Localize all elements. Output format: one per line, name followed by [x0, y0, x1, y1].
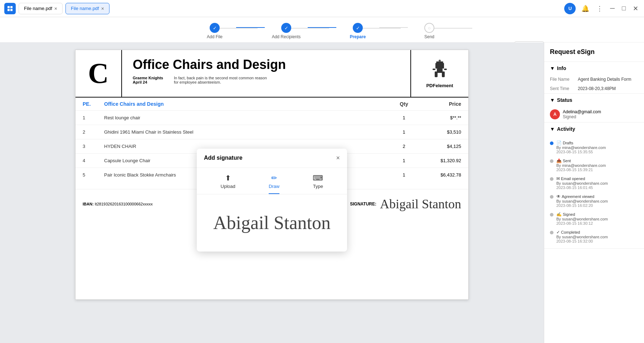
- activity-content: 📤Sent By mina@wondershare.com 2023-08-15…: [556, 158, 606, 172]
- file-name-value: Agent Banking Details Form: [578, 77, 631, 82]
- info-section-header[interactable]: ▼ Info: [544, 62, 644, 75]
- file-name-field: File Name Agent Banking Details Form: [544, 75, 644, 84]
- svg-rect-2: [8, 9, 10, 11]
- svg-rect-9: [433, 69, 435, 70]
- more-options[interactable]: ⋮: [595, 3, 604, 14]
- svg-rect-7: [435, 71, 438, 77]
- chair-icon: [429, 59, 450, 80]
- status-text: Signed: [563, 114, 601, 119]
- status-section-label: Status: [557, 97, 572, 103]
- wizard-step-send: ○ Send: [408, 23, 451, 39]
- activity-time: 2023-08-15 16:02:20: [556, 203, 608, 208]
- activity-item: 📤Sent By mina@wondershare.com 2023-08-15…: [544, 156, 644, 174]
- activity-content: ✓Completed By susan@wondershare.com 2023…: [556, 230, 608, 243]
- activity-content: 📄Drafts By mina@wondershare.com 2023-08-…: [556, 140, 606, 154]
- pdf-area: C Office Chairs and Design Graeme Knight…: [0, 43, 544, 343]
- user-avatar[interactable]: U: [564, 3, 576, 14]
- svg-point-11: [439, 60, 441, 62]
- pdf-subtitle-row: Graeme Knights April 24 In fact, back pa…: [133, 76, 400, 84]
- activity-item: ✉Email opened By susan@wondershare.com 2…: [544, 174, 644, 192]
- modal-tabs: ⬆ Upload ✏ Draw ⌨ Type: [197, 168, 347, 194]
- main-content: C Office Chairs and Design Graeme Knight…: [0, 43, 644, 343]
- activity-section-header[interactable]: ▼ Activity: [544, 123, 644, 135]
- maximize-btn[interactable]: □: [620, 3, 627, 14]
- activity-list: 📄Drafts By mina@wondershare.com 2023-08-…: [544, 135, 644, 248]
- info-section-label: Info: [557, 65, 566, 71]
- tab-1-label: File name.pdf: [24, 6, 52, 11]
- activity-content: 👁Agreement viewed By susan@wondershare.c…: [556, 194, 608, 208]
- activity-by: By susan@wondershare.com: [556, 199, 608, 203]
- modal-tab-upload[interactable]: ⬆ Upload: [221, 174, 235, 194]
- modal-title: Add signature: [204, 155, 243, 161]
- activity-title: ✓Completed: [556, 230, 608, 235]
- modal-tab-type[interactable]: ⌨ Type: [313, 174, 323, 194]
- wizard-step-add-recipients: ✓ Add Recipients: [265, 23, 308, 39]
- pdf-desc-line2: for employee absenteeism.: [174, 80, 267, 84]
- pdf-description: In fact, back pain is the second most co…: [174, 76, 267, 84]
- panel-title: Request eSign: [544, 43, 644, 62]
- file-name-label: File Name: [550, 77, 575, 82]
- notification-bell[interactable]: 🔔: [580, 3, 591, 14]
- signature-preview: Abigail Stanton: [213, 212, 331, 233]
- status-email: Adelina@gmail.com: [563, 109, 601, 114]
- step-label-prepare: Prepare: [350, 34, 366, 39]
- activity-dot: [550, 177, 553, 181]
- svg-rect-3: [10, 9, 13, 11]
- activity-content: ✍Signed By susan@wondershare.com 2023-08…: [556, 212, 608, 225]
- modal-close-btn[interactable]: ×: [336, 154, 340, 162]
- activity-section: ▼ Activity 📄Drafts By mina@wondershare.c…: [544, 123, 644, 249]
- close-btn[interactable]: ✕: [631, 3, 640, 14]
- activity-time: 2023-08-15 15:35:55: [556, 150, 606, 154]
- tab-1-close[interactable]: ×: [54, 6, 57, 11]
- activity-dot: [550, 231, 553, 234]
- add-signature-modal: Add signature × ⬆ Upload ✏ Draw ⌨ Type: [197, 149, 347, 252]
- modal-body: Abigail Stanton: [197, 194, 347, 252]
- wizard-step-prepare: ✓ Prepare: [336, 23, 379, 39]
- modal-tab-draw-label: Draw: [269, 184, 279, 189]
- pdf-main-title: Office Chairs and Design: [133, 57, 400, 72]
- tab-2-close[interactable]: ×: [101, 6, 104, 11]
- tab-2[interactable]: File name.pdf ×: [65, 3, 109, 14]
- activity-item: ✍Signed By susan@wondershare.com 2023-08…: [544, 210, 644, 228]
- status-avatar: A: [550, 109, 560, 119]
- activity-time: 2023-08-15 16:01:45: [556, 185, 608, 190]
- svg-rect-0: [8, 6, 10, 8]
- step-circle-add-file: ✓: [210, 23, 220, 33]
- activity-by: By mina@wondershare.com: [556, 163, 606, 168]
- type-icon: ⌨: [313, 174, 323, 182]
- activity-title: ✉Email opened: [556, 176, 608, 181]
- svg-rect-10: [444, 69, 447, 70]
- activity-time: 2023-08-15 15:39:21: [556, 168, 606, 172]
- modal-tab-upload-label: Upload: [221, 184, 235, 189]
- step-label-add-recipients: Add Recipients: [272, 34, 301, 39]
- activity-section-label: Activity: [557, 126, 575, 132]
- modal-tab-type-label: Type: [313, 184, 323, 189]
- tab-2-label: File name.pdf: [71, 6, 99, 11]
- top-bar-actions: U 🔔 ⋮ ─ □ ✕: [564, 3, 640, 14]
- status-section-header[interactable]: ▼ Status: [544, 94, 644, 106]
- activity-title: 📄Drafts: [556, 140, 606, 145]
- activity-title: ✍Signed: [556, 212, 608, 217]
- status-section: ▼ Status A Adelina@gmail.com Signed: [544, 94, 644, 123]
- activity-item: 📄Drafts By mina@wondershare.com 2023-08-…: [544, 138, 644, 156]
- step-circle-prepare: ✓: [353, 23, 363, 33]
- activity-dot: [550, 195, 553, 199]
- arrow-down-icon-activity: ▼: [550, 126, 555, 132]
- modal-header: Add signature ×: [197, 149, 347, 168]
- activity-by: By susan@wondershare.com: [556, 181, 608, 185]
- activity-by: By mina@wondershare.com: [556, 145, 606, 150]
- step-circle-add-recipients: ✓: [281, 23, 291, 33]
- wizard: ✓ Add File ✓ Add Recipients ✓ Prepare ○ …: [0, 17, 644, 43]
- minimize-btn[interactable]: ─: [609, 3, 616, 14]
- arrow-down-icon-status: ▼: [550, 97, 555, 103]
- tab-1[interactable]: File name.pdf ×: [19, 3, 63, 14]
- sent-time-value: 2023-08-20,3:48PM: [578, 86, 616, 91]
- activity-by: By susan@wondershare.com: [556, 235, 608, 239]
- modal-tab-draw[interactable]: ✏ Draw: [269, 174, 279, 194]
- wizard-step-add-file: ✓ Add File: [193, 23, 236, 39]
- svg-rect-1: [10, 6, 13, 8]
- activity-dot: [550, 159, 553, 163]
- activity-time: 2023-08-15 16:32:00: [556, 239, 608, 243]
- activity-title: 👁Agreement viewed: [556, 194, 608, 199]
- pdf-desc-line1: In fact, back pain is the second most co…: [174, 76, 267, 80]
